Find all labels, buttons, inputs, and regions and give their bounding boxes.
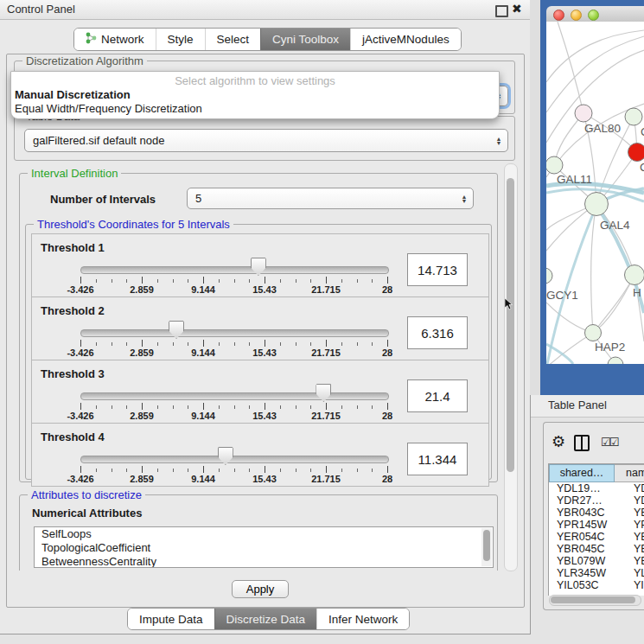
slider-axis-labels: -3.4262.8599.14415.4321.71528 <box>80 474 387 484</box>
minimize-traffic-light-icon[interactable] <box>571 10 582 21</box>
attributes-list-scrollbar[interactable] <box>481 528 492 566</box>
table-data-combobox[interactable]: galFiltered.sif default node ▲▼ <box>24 129 508 152</box>
number-of-intervals-combobox[interactable]: 5 ▲▼ <box>187 188 474 209</box>
table-panel-titlebar: Table Panel <box>531 395 644 418</box>
node-gal4[interactable] <box>585 193 609 216</box>
tab-infer-network[interactable]: Infer Network <box>316 609 409 629</box>
tab-cyni-toolbox[interactable]: Cyni Toolbox <box>260 29 350 50</box>
algorithm-dropdown-popup: Select algorithm to view settings Manual… <box>10 71 500 119</box>
table-row[interactable]: YBR043CYBR043C <box>549 507 644 519</box>
threshold-3-panel: Threshold 3 -3.4262.8599.14415.4321.7152… <box>31 360 489 424</box>
attribute-list-item[interactable]: TopologicalCoefficient <box>35 541 493 555</box>
attributes-group-title: Attributes to discretize <box>28 488 145 501</box>
table-rows: YDL19…YDL19…YDR27…YDR27…YBR043CYBR043CYP… <box>549 482 644 594</box>
tab-network-label: Network <box>101 33 144 46</box>
node-top-right[interactable] <box>625 108 642 125</box>
discretization-algorithm-title: Discretization Algorithm <box>22 54 147 67</box>
slider-tick-marks <box>80 277 387 284</box>
attribute-list-item[interactable]: SelfLoops <box>35 527 493 541</box>
label-gal11: GAL11 <box>557 173 592 186</box>
node-left-edge[interactable] <box>546 268 552 284</box>
label-gal4: GAL4 <box>600 219 630 232</box>
tab-select[interactable]: Select <box>205 29 261 50</box>
node-hap2[interactable] <box>585 325 602 341</box>
thresholds-group: Threshold's Coordinates for 5 Intervals … <box>25 224 492 480</box>
threshold-2-value-field[interactable]: 6.316 <box>407 316 468 349</box>
column-header-name[interactable]: name <box>615 464 644 482</box>
tab-jactivemnodules[interactable]: jActiveMNodules <box>350 29 461 50</box>
table-row[interactable]: YDR27…YDR27… <box>549 494 644 507</box>
table-row[interactable]: YIL053CYIL053C <box>549 579 644 591</box>
float-window-icon[interactable] <box>495 5 508 17</box>
node-right-mid[interactable] <box>625 265 644 285</box>
close-icon[interactable]: ✖ <box>512 2 522 16</box>
split-columns-icon[interactable] <box>574 435 590 451</box>
label-hap2: HAP2 <box>595 341 625 354</box>
tab-network[interactable]: Network <box>74 29 156 50</box>
table-row[interactable]: YPR145WYPR145W <box>549 519 644 531</box>
attribute-list-item[interactable]: BetweennessCentrality <box>35 555 493 568</box>
popup-item-placeholder[interactable]: Select algorithm to view settings <box>11 74 499 87</box>
network-window-titlebar[interactable] <box>546 6 644 22</box>
threshold-3-value-field[interactable]: 21.4 <box>407 379 468 412</box>
thresholds-group-title: Threshold's Coordinates for 5 Intervals <box>34 218 233 231</box>
node-attribute-table[interactable]: shared… name YDL19…YDL19…YDR27…YDR27…YBR… <box>548 463 644 596</box>
threshold-4-value-field[interactable]: 11.344 <box>407 443 468 475</box>
node-gal80[interactable] <box>575 105 592 122</box>
threshold-2-slider-thumb[interactable] <box>169 321 184 339</box>
label-gcy1: GCY1 <box>546 289 578 302</box>
slider-axis-labels: -3.4262.8599.14415.4321.71528 <box>80 348 387 358</box>
tab-style[interactable]: Style <box>156 29 205 50</box>
zoom-traffic-light-icon[interactable] <box>588 10 599 21</box>
close-traffic-light-icon[interactable] <box>553 10 564 21</box>
interval-definition-title: Interval Definition <box>28 167 121 180</box>
tab-discretize-data-label: Discretize Data <box>226 613 306 626</box>
column-header-shared-name[interactable]: shared… <box>549 464 615 482</box>
threshold-4-slider-thumb[interactable] <box>218 447 233 465</box>
threshold-1-slider-thumb[interactable] <box>251 258 266 276</box>
tab-jactivemnodules-label: jActiveMNodules <box>362 33 450 46</box>
settings-scrollbar[interactable] <box>504 163 518 571</box>
network-view-canvas[interactable]: GAL80 GA C GAL11 GAL4 GCY1 H HAP2 <box>546 22 644 364</box>
threshold-2-label: Threshold 2 <box>41 304 105 317</box>
settings-scrollbar-thumb[interactable] <box>507 178 514 472</box>
tab-cyni-toolbox-label: Cyni Toolbox <box>272 33 339 46</box>
cyni-bottom-tabbar: Impute Data Discretize Data Infer Networ… <box>127 608 410 630</box>
popup-item-equal-width-frequency[interactable]: Equal Width/Frequency Discretization <box>15 102 202 115</box>
tab-discretize-data[interactable]: Discretize Data <box>214 609 317 629</box>
table-data-combobox-value: galFiltered.sif default node <box>25 134 490 147</box>
numerical-attributes-list[interactable]: SelfLoopsTopologicalCoefficientBetweenne… <box>34 526 494 568</box>
slider-axis-labels: -3.4262.8599.14415.4321.71528 <box>80 284 387 295</box>
table-row[interactable]: YER054CYER054C <box>549 531 644 543</box>
label-partial-below-red: C <box>640 161 644 174</box>
tab-infer-network-label: Infer Network <box>328 613 398 626</box>
settings-scroll-viewport: Interval Definition Number of Intervals … <box>12 163 505 571</box>
label-partial-right-mid: H <box>633 286 641 299</box>
mouse-cursor <box>505 298 513 314</box>
threshold-2-panel: Threshold 2 -3.4262.8599.14415.4321.7152… <box>31 296 489 360</box>
slider-tick-marks <box>80 403 387 410</box>
table-row[interactable]: YDL19…YDL19… <box>549 482 644 494</box>
network-graph: GAL80 GA C GAL11 GAL4 GCY1 H HAP2 <box>546 22 644 364</box>
popup-item-manual-discretization[interactable]: Manual Discretization <box>15 88 131 101</box>
table-panel-title: Table Panel <box>548 399 607 411</box>
table-row[interactable]: YBL079WYBL079W <box>549 555 644 567</box>
table-row[interactable]: YBR045CYBR045C <box>549 543 644 555</box>
stepper-arrows-icon[interactable]: ▲▼ <box>490 130 507 151</box>
numerical-attributes-label: Numerical Attributes <box>32 507 142 520</box>
table-row[interactable]: YLR345WYLR345W <box>549 567 644 579</box>
interval-definition-group: Interval Definition Number of Intervals … <box>19 173 498 482</box>
table-horizontal-scrollbar[interactable] <box>549 595 641 606</box>
node-gal11[interactable] <box>546 156 563 174</box>
node-red-selected[interactable] <box>628 143 644 162</box>
threshold-3-slider-thumb[interactable] <box>316 384 331 402</box>
tab-impute-data[interactable]: Impute Data <box>128 609 214 629</box>
stepper-arrows-icon[interactable]: ▲▼ <box>456 188 473 208</box>
label-gal80: GAL80 <box>584 122 621 135</box>
node-bottom-edge[interactable] <box>608 357 623 364</box>
control-panel-titlebar: Control Panel ✖ <box>0 0 530 20</box>
threshold-1-value-field[interactable]: 14.713 <box>407 253 468 286</box>
apply-button[interactable]: Apply <box>232 580 289 598</box>
gear-icon[interactable]: ⚙ <box>552 432 565 451</box>
checkbox-column-icons[interactable]: ☑☑ <box>601 436 617 449</box>
